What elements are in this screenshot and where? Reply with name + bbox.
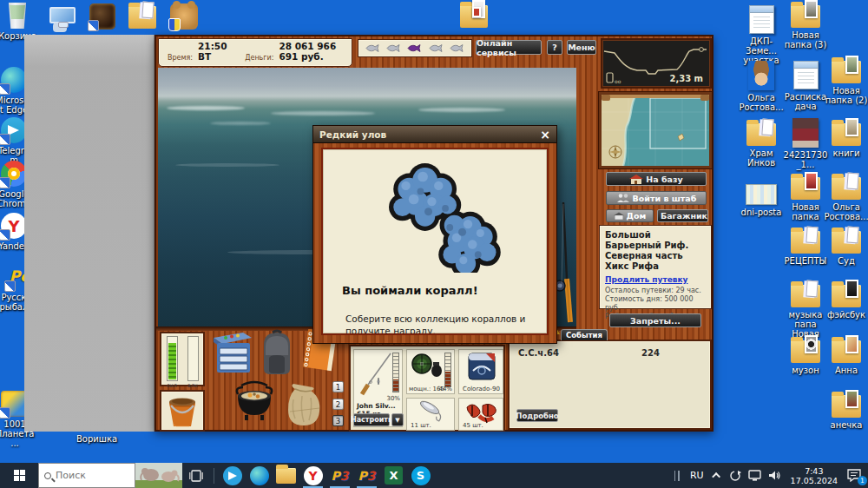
sack-icon[interactable] [281,382,325,427]
desktop-icon[interactable]: Анна [824,340,868,375]
minimap[interactable] [599,92,712,168]
tackle-box-icon[interactable] [208,331,255,376]
keepnet-fish-icon[interactable] [386,43,401,53]
strength-bar [167,336,178,381]
bans-button[interactable]: Запреты... [609,313,701,327]
taskbar-search[interactable] [38,463,135,488]
rf3-icon: Р3 [358,469,375,483]
slot-button-2[interactable]: 2 [332,399,344,410]
spreadsheet-icon [746,184,777,205]
desktop-icon[interactable]: РЕЦЕПТЫ [783,231,828,266]
desktop-icon[interactable]: Новая папка (3) [783,5,828,49]
image-icon [845,118,858,136]
search-input[interactable] [56,470,125,481]
desktop-icon[interactable]: Суд [824,231,868,266]
tray-chevron[interactable] [709,463,726,488]
file-explorer-icon [276,468,296,484]
keepnet-fish-icon[interactable] [365,43,380,53]
trunk-button[interactable]: Багажник [657,209,708,222]
taskbar-rf3-a[interactable]: Р3 [326,463,353,488]
desktop-icon[interactable]: книги [824,123,868,158]
cooking-pot-icon[interactable] [233,380,276,422]
desktop-icon[interactable]: 24231730_1... [783,118,828,169]
tray-update[interactable] [726,463,745,488]
enter-hq-button[interactable]: Войти в штаб [606,191,707,205]
taskbar-telegram[interactable] [219,463,246,488]
desktop-icon-folder[interactable] [120,6,165,29]
rod-dropdown-button[interactable]: ▼ [391,413,404,426]
lure1-count: 11 шт. [411,422,431,429]
desktop-icon[interactable]: Расписка дача [783,61,828,111]
dialog-heading: Вы поймали коралл! [342,284,478,297]
notification-center[interactable]: 1 [844,463,868,488]
desktop-icon[interactable]: Храм Инков [739,123,784,168]
to-base-button[interactable]: На базу [606,172,707,186]
desktop-icon[interactable]: музон [783,340,828,375]
taskbar-edge[interactable] [246,463,273,488]
taskbar-explorer[interactable] [273,463,299,488]
dialog-titlebar[interactable]: Редкий улов × [313,126,556,143]
taskbar-clock[interactable]: 7:43 17.05.2024 [785,463,844,488]
pen-indicators [669,463,685,488]
windows-logo-icon [14,470,25,481]
line-slot[interactable]: Colorado-90 [458,349,503,394]
desktop-icon-bear-game[interactable] [161,3,207,30]
lure-slot-crankbait[interactable]: 45 шт. [458,398,503,431]
backpack-icon[interactable] [257,329,297,377]
depth-sonar-panel[interactable]: oo 2,33 m [601,38,712,89]
dialog-body: Вы поймали коралл! Соберите всю коллекци… [321,148,549,335]
details-button[interactable]: Подробно [516,409,558,422]
desktop-icon-computer[interactable] [40,7,85,23]
language-indicator[interactable]: RU [685,463,709,488]
taskbar-excel[interactable]: X [380,463,407,488]
desktop-icon[interactable]: анечка [824,395,868,430]
reel-slot[interactable]: мощн.: 165 44% [406,349,455,394]
update-icon [729,470,741,482]
start-button[interactable] [0,463,38,488]
desktop-icon[interactable]: dni-posta [739,181,784,217]
home-button[interactable]: Дом [606,209,654,222]
events-tab[interactable]: События [561,329,608,340]
keepnet-fish-icon-full[interactable] [407,43,422,53]
online-services-button[interactable]: Онлайн сервисы [476,40,542,55]
close-icon[interactable]: × [540,129,550,141]
folder-icon [832,395,861,418]
system-tray: RU 7:43 17.05.2024 1 [669,463,868,488]
keepnet-fish-icon[interactable] [450,43,464,53]
tray-volume[interactable] [765,463,785,488]
desktop-icon[interactable]: Новая папка [783,177,828,221]
tray-network[interactable] [745,463,765,488]
help-button[interactable]: ? [547,40,562,55]
blank-window[interactable] [24,35,155,432]
document-icon [472,7,481,17]
menu-button[interactable]: Меню [567,40,596,55]
desktop-icon-label-thief[interactable]: Воришка [76,434,137,444]
desktop-icon-folder-docs[interactable] [451,5,496,28]
image-icon [805,0,818,18]
time-label: Время: [168,54,193,62]
widget-weather[interactable] [135,463,182,488]
task-view-icon [189,470,203,482]
edge-icon [250,466,269,485]
slot-button-1[interactable]: 1 [332,381,344,392]
rod-setup-button[interactable]: Настроить [353,413,390,426]
keepnet-fish-icon[interactable] [429,43,444,53]
desktop-icon-game[interactable] [80,3,125,30]
taskbar-yandex[interactable]: Y [299,463,326,488]
lure-slot-spoon[interactable]: 11 шт. [406,398,455,431]
desktop-icon[interactable]: фэйсбук [824,285,868,320]
extend-ticket-link[interactable]: Продлить путевку [605,275,706,284]
folder-icon [746,123,776,146]
taskbar-skype[interactable]: S [407,463,434,488]
desktop-icon[interactable]: Новая папка (2) [824,61,868,105]
hud-time-money-panel: Время: 21:50 ВТ Деньги: 28 061 966 691 р… [158,38,352,67]
folder-icon [791,285,820,307]
bucket-panel[interactable] [160,390,205,432]
taskbar-rf3-b[interactable]: Р3 [353,463,380,488]
desktop-icon[interactable]: Ольга Ростова... [824,177,868,221]
line-name: Colorado-90 [463,386,500,392]
task-view-button[interactable] [182,463,209,488]
cd-icon [805,335,818,353]
slot-button-3[interactable]: 3 [332,415,344,426]
desktop-icon[interactable]: Ольга Ростова... [739,61,784,112]
